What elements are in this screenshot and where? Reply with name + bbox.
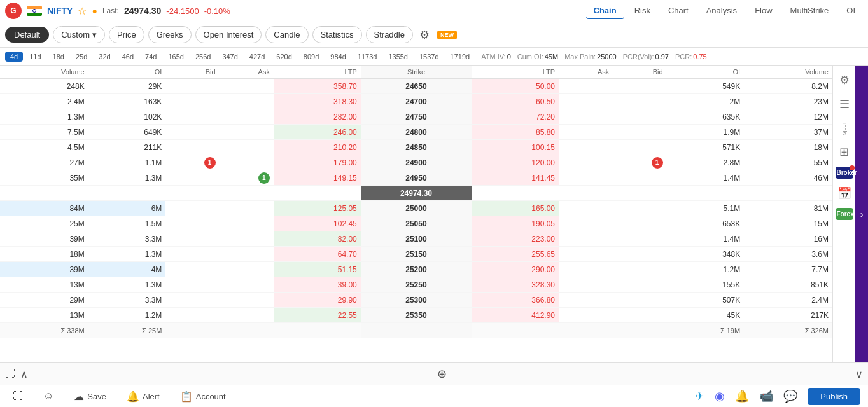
tab-risk[interactable]: Risk [627,3,658,19]
date-165d[interactable]: 165d [163,52,188,62]
call-volume: 29M [0,293,88,308]
alert-button[interactable]: 🔔 Alert [122,388,165,405]
table-row[interactable]: 13M 1.3M 39.00 25250 328.30 155K 851K [0,277,832,293]
chat-icon[interactable]: 💬 [783,389,797,403]
watchlist-icon[interactable]: ☆ [78,5,87,17]
call-oi: 29K [88,79,166,94]
table-row[interactable]: 13M 1.2M 22.55 25350 412.90 45K 217K [0,308,832,323]
bell-bottom-icon[interactable]: 🔔 [735,389,749,403]
broker-button[interactable]: Broker [836,167,853,179]
telegram-icon[interactable]: ✈ [695,389,704,403]
flag-icon [27,6,42,16]
sum-row: Σ 338M Σ 25M Σ 19M Σ 326M [0,323,832,338]
strike[interactable]: 24800 [361,125,472,140]
date-1537d[interactable]: 1537d [414,52,444,62]
date-984d[interactable]: 984d [325,52,351,62]
fullscreen-icon[interactable]: ⛶ [5,368,15,380]
calendar-icon[interactable]: 📅 [835,184,854,203]
tab-chart[interactable]: Chart [661,3,696,19]
call-volume: 13M [0,277,88,293]
crosshair-icon[interactable]: ⊕ [437,367,447,381]
table-row[interactable]: 7.5M 649K 246.00 24800 85.80 1.9M 37M [0,125,832,140]
settings-sidebar-icon[interactable]: ⚙ [837,71,852,90]
call-ask: 1 [220,170,274,186]
strike[interactable]: 25050 [361,216,472,231]
date-620d[interactable]: 620d [271,52,297,62]
strike[interactable]: 24650 [361,79,472,94]
expand-panel[interactable]: › [855,66,868,362]
price-button[interactable]: Price [109,26,144,43]
discord-icon[interactable]: ◉ [715,389,725,403]
table-row[interactable]: 35M 1.3M 1 149.15 24950 141.45 1.4M 46M [0,170,832,186]
table-row[interactable]: 2.4M 163K 318.30 24700 60.50 2M 23M [0,94,832,109]
tab-analysis[interactable]: Analysis [699,3,745,19]
tab-flow[interactable]: Flow [747,3,780,19]
date-46d[interactable]: 46d [117,52,139,62]
account-button[interactable]: 📋 Account [175,388,231,405]
date-427d[interactable]: 427d [244,52,270,62]
table-row[interactable]: 24974.30 [0,186,832,201]
strike[interactable]: 24950 [361,170,472,186]
call-oi: 1.5M [88,216,166,231]
table-row[interactable]: 18M 1.3M 64.70 25150 255.65 348K 3.6M [0,247,832,262]
date-25d[interactable]: 25d [71,52,92,62]
table-row[interactable]: 39M 3.3M 82.00 25100 223.00 1.4M 16M [0,231,832,247]
table-row[interactable]: 84M 6M 125.05 25000 165.00 5.1M 81M [0,201,832,216]
table-row[interactable]: 27M 1.1M 1 179.00 24900 120.00 1 2.8M 55… [0,155,832,170]
strike[interactable]: 25100 [361,231,472,247]
date-809d[interactable]: 809d [298,52,324,62]
forex-button[interactable]: Forex [836,208,853,220]
strike[interactable]: 24700 [361,94,472,109]
open-interest-button[interactable]: Open Interest [195,26,262,43]
table-row[interactable]: 1.3M 102K 282.00 24750 72.20 635K 12M [0,109,832,125]
table-grid-icon[interactable]: ⊞ [837,142,851,162]
put-bid [613,231,666,247]
strike[interactable]: 24850 [361,140,472,155]
video-icon[interactable]: 📹 [759,389,773,403]
put-ltp: 328.30 [472,277,559,293]
candle-button[interactable]: Candle [265,26,308,43]
strike[interactable]: 25350 [361,308,472,323]
custom-button[interactable]: Custom ▾ [53,26,105,43]
date-11d[interactable]: 11d [24,52,46,62]
table-row[interactable]: 29M 3.3M 29.90 25300 366.80 507K 2.4M [0,293,832,308]
publish-button[interactable]: Publish [808,388,860,405]
greeks-button[interactable]: Greeks [148,26,192,43]
date-1355d[interactable]: 1355d [383,52,413,62]
date-347d[interactable]: 347d [217,52,242,62]
expand-down-icon[interactable]: ∨ [855,368,863,380]
table-row[interactable]: 25M 1.5M 102.45 25050 190.05 653K 15M [0,216,832,231]
strike[interactable]: 25200 [361,262,472,277]
date-1719d[interactable]: 1719d [445,52,475,62]
tab-chain[interactable]: Chain [586,3,624,19]
face-button[interactable]: ☺ [38,388,59,404]
save-button[interactable]: ☁ Save [69,388,111,405]
date-18d[interactable]: 18d [48,52,69,62]
date-32d[interactable]: 32d [94,52,115,62]
expand-up-icon[interactable]: ∧ [20,368,28,380]
tab-oi[interactable]: OI [839,3,863,19]
fullscreen-button[interactable]: ⛶ [8,388,28,404]
strike[interactable]: 25150 [361,247,472,262]
settings-gear-icon[interactable]: ⚙ [417,25,432,45]
strike[interactable]: 25250 [361,277,472,293]
straddle-button[interactable]: Straddle [366,26,413,43]
default-button[interactable]: Default [5,27,49,43]
statistics-button[interactable]: Statistics [312,26,362,43]
strike[interactable]: 25000 [361,201,472,216]
date-4d[interactable]: 4d [5,52,23,62]
call-oi: 1.3M [88,277,166,293]
list-icon[interactable]: ☰ [837,95,852,114]
date-1173d[interactable]: 1173d [353,52,382,62]
table-row[interactable]: 39M 4M 51.15 25200 290.00 1.2M 7.7M [0,262,832,277]
table-row[interactable]: 4.5M 211K 210.20 24850 100.15 571K 18M [0,140,832,155]
strike[interactable]: 24900 [361,155,472,170]
date-74d[interactable]: 74d [140,52,162,62]
tab-multistrike[interactable]: MultiStrike [783,3,837,19]
put-ask [559,231,613,247]
strike[interactable]: 24750 [361,109,472,125]
strike[interactable]: 25300 [361,293,472,308]
table-row[interactable]: 248K 29K 358.70 24650 50.00 549K 8.2M [0,79,832,94]
date-256d[interactable]: 256d [190,52,216,62]
col-call-ask: Ask [220,66,274,79]
